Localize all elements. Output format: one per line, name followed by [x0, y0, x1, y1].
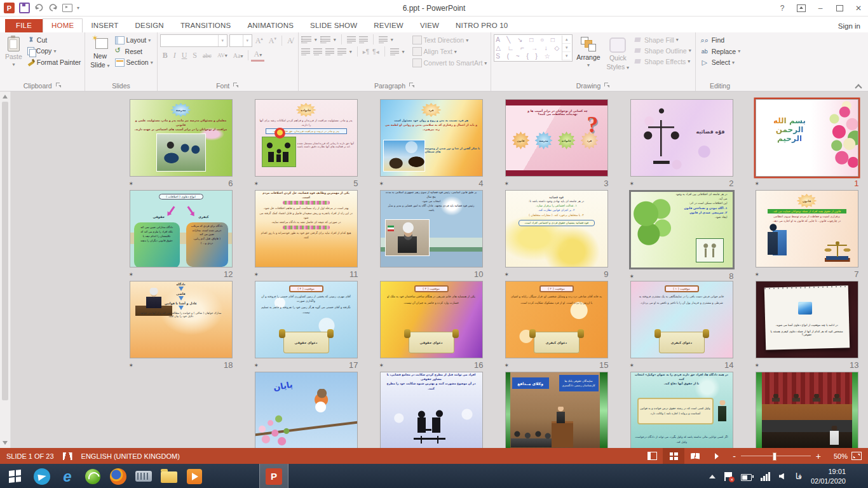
shape-outline-button[interactable]: Shape Outline▾: [633, 46, 693, 55]
grow-font-button[interactable]: A▴: [253, 36, 266, 46]
vertical-scrollbar[interactable]: [0, 92, 11, 448]
slide-thumbnail-6[interactable]: مدرسهمعلمان و مسئولان مدرسه نیز مانند پد…: [130, 99, 233, 177]
shapes-gallery[interactable]: A ╲ ↘ □ ○ □ △ ∟ ⌐ → ↓ ◇ S ( ~ { } ☆ ▲▼▼: [494, 34, 573, 62]
character-spacing-button[interactable]: AV▾: [215, 51, 230, 59]
zoom-slider[interactable]: [741, 456, 811, 457]
tab-file[interactable]: FILE: [5, 19, 43, 32]
tab-insert[interactable]: INSERT: [83, 19, 126, 32]
scroll-up-arrow[interactable]: [3, 95, 8, 98]
taskbar-file-explorer[interactable]: [156, 464, 182, 488]
action-center-flag-icon[interactable]: [724, 472, 732, 481]
minimize-button[interactable]: –: [811, 0, 830, 16]
slide-thumbnail-22[interactable]: افراد می توانند قبل از مطرح کردن شکایت د…: [380, 372, 483, 448]
drawing-dialog-launcher[interactable]: [604, 83, 610, 88]
tab-design[interactable]: DESIGN: [127, 19, 172, 32]
slide-thumbnail-14[interactable]: موقعیت ( ۱ )خانم جوانی فرش دست بافی را د…: [630, 281, 733, 358]
shrink-font-button[interactable]: A▾: [266, 36, 279, 46]
slide-thumbnail-9[interactable]: قوه قضائیهدر هر جامعه ای باید نهادی وجود…: [505, 190, 608, 268]
change-case-button[interactable]: Aa▾: [231, 51, 246, 60]
section-button[interactable]: Section▾: [114, 57, 154, 67]
bullets-icon[interactable]: [301, 36, 311, 43]
slide-thumbnail-23[interactable]: پایان: [255, 372, 358, 448]
increase-indent-icon[interactable]: [359, 36, 368, 43]
cut-button[interactable]: Cut: [26, 35, 82, 44]
slide-thumbnail-2[interactable]: قوّه قضائیه: [630, 99, 733, 177]
select-button[interactable]: ▷ Select▾: [698, 57, 742, 67]
help-button[interactable]: ?: [773, 0, 792, 16]
zoom-slider-thumb[interactable]: [773, 452, 776, 461]
undo-icon[interactable]: [34, 4, 44, 12]
slide-thumbnail-4[interactable]: فردهر فرد نسبت به بدن و روح و روان خود م…: [380, 99, 483, 177]
zoom-percentage[interactable]: 50%: [826, 452, 848, 460]
taskbar-media-player[interactable]: [182, 464, 207, 488]
format-painter-button[interactable]: Format Painter: [26, 57, 82, 67]
reset-button[interactable]: Reset: [114, 46, 154, 56]
convert-smartart-button[interactable]: Convert to SmartArt▾: [411, 58, 489, 68]
shape-fill-button[interactable]: Shape Fill▾: [633, 35, 693, 44]
slide-thumbnail-8[interactable]: در هر جامعه ای اختلافاتی بین افراد به وج…: [629, 190, 735, 269]
slide-show-button[interactable]: [706, 448, 728, 464]
bold-button[interactable]: B: [160, 50, 170, 61]
shapes-scrollbar[interactable]: ▲▼▼: [562, 36, 571, 60]
slide-thumbnail-11[interactable]: یکی از مهمترین وظایف قوه قضائیه، حل کردن…: [255, 190, 358, 268]
slide-thumbnail-20[interactable]: در همه دادگاه ها، افراد حق دارند فردی را…: [630, 372, 733, 448]
zoom-in-button[interactable]: +: [816, 452, 821, 461]
align-center-icon[interactable]: [313, 48, 322, 55]
start-from-beginning-icon[interactable]: [62, 4, 72, 12]
text-direction-button[interactable]: Text Direction▾: [411, 35, 489, 45]
line-spacing-icon[interactable]: [379, 36, 388, 43]
align-left-icon[interactable]: [301, 48, 310, 55]
justify-icon[interactable]: [337, 48, 346, 55]
tab-home[interactable]: HOME: [43, 18, 83, 32]
tab-nitro-pro[interactable]: NITRO PRO 10: [447, 19, 516, 32]
restore-button[interactable]: [830, 0, 849, 16]
slide-thumbnail-12[interactable]: انواع دعاوی ( اختلافات )حقوقیکیفریدادگاه…: [130, 190, 233, 268]
network-signal-icon[interactable]: [761, 472, 770, 481]
paragraph-dialog-launcher[interactable]: [409, 83, 415, 88]
slide-thumbnail-13[interactable]: در ادامه با چند موقعیت از انواع دعاوی آش…: [756, 281, 858, 358]
taskbar-on-screen-keyboard[interactable]: [131, 464, 156, 488]
slide-thumbnail-19[interactable]: [756, 372, 858, 448]
shapes-row-2[interactable]: △ ∟ ⌐ → ↓ ◇: [496, 44, 562, 52]
taskbar-green-app[interactable]: [80, 464, 105, 488]
slide-sorter-view-button[interactable]: [663, 448, 684, 464]
clock[interactable]: 19:01 02/01/2020: [811, 467, 846, 486]
customize-qat-icon[interactable]: ▾: [77, 5, 79, 11]
columns-icon[interactable]: [390, 48, 399, 55]
shapes-row-1[interactable]: A ╲ ↘ □ ○ □: [496, 36, 562, 44]
sign-in-link[interactable]: Sign in: [838, 22, 860, 30]
shapes-row-3[interactable]: S ( ~ { } ☆: [496, 52, 562, 60]
tab-review[interactable]: REVIEW: [365, 19, 412, 32]
clear-formatting-button[interactable]: A̸: [285, 36, 295, 46]
strikethrough-button[interactable]: abc: [200, 51, 214, 60]
numbering-icon[interactable]: [320, 36, 330, 43]
italic-button[interactable]: I: [171, 50, 179, 61]
copy-button[interactable]: Copy ▾: [26, 46, 82, 56]
decrease-indent-icon[interactable]: [347, 36, 356, 43]
layout-button[interactable]: Layout▾: [114, 35, 154, 45]
normal-view-button[interactable]: [641, 448, 663, 464]
volume-icon[interactable]: [779, 473, 784, 480]
font-name-combo[interactable]: ▾: [160, 34, 227, 47]
tab-slideshow[interactable]: SLIDE SHOW: [302, 19, 365, 32]
scrollbar-thumb[interactable]: [2, 102, 8, 400]
battery-icon[interactable]: [741, 474, 752, 481]
collapse-ribbon-button[interactable]: [855, 84, 862, 89]
slide-thumbnail-21[interactable]: نمایندگان حقوقی بانک ها کارشناسان رسمی د…: [505, 372, 608, 448]
slide-thumbnail-18[interactable]: دادگاهقاضیعادل و آشنا با قوانینمدارک خوا…: [130, 281, 233, 358]
slide-thumbnail-1[interactable]: بسم الله الرحمن الرحیم: [756, 99, 858, 177]
align-right-icon[interactable]: [325, 48, 334, 55]
taskbar-firefox[interactable]: [105, 464, 131, 488]
arrange-button[interactable]: Arrange ▾: [574, 34, 602, 69]
font-size-combo[interactable]: ▾: [229, 34, 252, 47]
zoom-out-button[interactable]: -: [733, 452, 736, 461]
redo-icon[interactable]: [48, 4, 58, 12]
tab-animations[interactable]: ANIMATIONS: [239, 19, 302, 32]
taskbar-internet-explorer[interactable]: e: [55, 464, 80, 488]
slide-thumbnail-10[interactable]: بر طبق قانون اساسی، رئیس قوه قضائیه از س…: [380, 190, 483, 268]
fit-slide-to-window-button[interactable]: [851, 452, 862, 460]
start-button[interactable]: [0, 464, 29, 488]
font-dialog-launcher[interactable]: [233, 83, 239, 88]
replace-button[interactable]: ab Replace▾: [698, 46, 742, 56]
text-shadow-button[interactable]: S: [190, 50, 200, 61]
